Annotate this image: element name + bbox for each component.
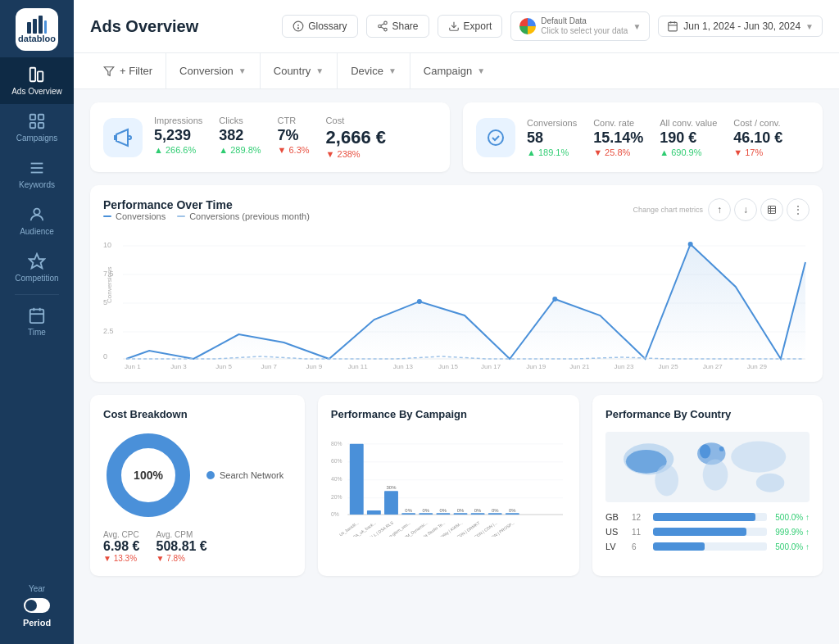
performance-chart-section: Performance Over Time Conversions Conver… [90, 185, 823, 382]
cost-breakdown-card: Cost Breakdown 100% Search Network [90, 395, 305, 576]
sidebar-item-competition[interactable]: Competition [0, 244, 74, 291]
country-change-lv: 500.0% ↑ [773, 542, 810, 551]
country-code-us: US [605, 527, 625, 537]
svg-rect-28 [669, 22, 678, 30]
chart-header: Performance Over Time Conversions Conver… [103, 198, 810, 229]
cost-metric: Cost 2,666 € ▼ 238% [326, 116, 386, 159]
content-area: Impressions 5,239 ▲ 266.6% Clicks 382 ▲ … [74, 89, 839, 644]
svg-line-26 [381, 24, 384, 25]
svg-rect-35 [769, 206, 776, 214]
sidebar-item-time[interactable]: Time [0, 298, 74, 345]
change-chart-metrics-label: Change chart metrics [633, 206, 703, 214]
chart-down-button[interactable]: ↓ [734, 198, 757, 221]
avg-cpm-change: ▼ 7.8% [156, 554, 206, 563]
calendar-icon [667, 20, 678, 32]
svg-text:0%: 0% [474, 508, 482, 513]
svg-rect-91 [488, 513, 502, 515]
svg-text:Jun 29: Jun 29 [747, 363, 768, 369]
svg-rect-4 [30, 68, 35, 82]
logo-icon: databloo [18, 16, 56, 43]
chart-table-button[interactable] [760, 198, 783, 221]
info-icon [293, 20, 304, 32]
country-row-us: US 11 999.9% ↑ [605, 527, 810, 537]
sidebar-item-label: Keywords [19, 180, 55, 189]
clicks-value: 382 [219, 127, 261, 144]
impressions-value: 5,239 [154, 127, 202, 144]
cost-per-conv-metric: Cost / conv. 46.10 € ▼ 17% [733, 118, 782, 157]
line-chart-fill-main [126, 244, 805, 359]
google-sublabel: Click to select your data [541, 26, 628, 36]
export-button[interactable]: Export [438, 15, 503, 38]
avg-cpc-value: 6.98 € [103, 539, 139, 554]
left-metrics-card: Impressions 5,239 ▲ 266.6% Clicks 382 ▲ … [90, 102, 450, 172]
svg-text:30%: 30% [386, 485, 397, 490]
avg-cpc-label: Avg. CPC [103, 530, 139, 539]
svg-text:0%: 0% [405, 508, 412, 513]
header-actions: Glossary Share Export Default Data Click… [282, 11, 823, 41]
sidebar-item-ads-overview[interactable]: Ads Overview [0, 57, 74, 104]
svg-rect-5 [38, 71, 43, 81]
chart-legend: Conversions Conversions (previous month) [103, 211, 310, 221]
impressions-change: ▲ 266.6% [154, 145, 202, 155]
share-label: Share [392, 20, 419, 32]
svg-text:10: 10 [103, 241, 111, 249]
sidebar-item-keywords[interactable]: Keywords [0, 151, 74, 197]
svg-point-33 [128, 136, 131, 139]
sidebar-item-label: Ads Overview [11, 87, 62, 96]
chart-up-button[interactable]: ↑ [708, 198, 731, 221]
share-button[interactable]: Share [366, 15, 429, 38]
conv-rate-metric: Conv. rate 15.14% ▼ 25.8% [593, 118, 643, 157]
campaign-title: Performance By Campaign [331, 408, 566, 420]
device-filter[interactable]: Device ▼ [338, 53, 410, 88]
glossary-button[interactable]: Glossary [282, 15, 357, 38]
svg-text:Jun 19: Jun 19 [526, 363, 546, 369]
date-range-picker[interactable]: Jun 1, 2024 - Jun 30, 2024 ▼ [658, 16, 823, 37]
donut-container: 100% Search Network [103, 430, 292, 520]
ctr-change: ▼ 6.3% [278, 145, 310, 155]
conversion-filter[interactable]: Conversion ▼ [166, 53, 261, 88]
conversion-icon-container [476, 118, 515, 157]
sidebar-divider [15, 294, 59, 295]
country-change-gb: 500.0% ↑ [773, 513, 810, 522]
svg-marker-32 [104, 66, 114, 75]
svg-text:Jun 7: Jun 7 [261, 363, 277, 369]
chevron-down-icon: ▼ [805, 22, 814, 31]
svg-text:Jun 1: Jun 1 [125, 363, 141, 369]
period-label: Period [23, 618, 51, 628]
svg-text:Jun 15: Jun 15 [438, 363, 459, 369]
conversion-label: Conversion [179, 65, 234, 77]
filter-button[interactable]: + Filter [90, 53, 166, 88]
svg-point-22 [383, 21, 387, 25]
sidebar-item-audience[interactable]: Audience [0, 197, 74, 244]
svg-rect-3 [44, 20, 47, 34]
period-toggle[interactable] [24, 598, 50, 613]
conversions-metric: Conversions 58 ▲ 189.1% [527, 118, 577, 157]
svg-rect-0 [27, 22, 31, 34]
chart-controls: Change chart metrics ↑ ↓ ⋮ [633, 198, 810, 221]
svg-line-25 [381, 27, 384, 29]
country-value-lv: 6 [632, 542, 646, 551]
campaign-filter[interactable]: Campaign ▼ [410, 53, 498, 88]
svg-rect-83 [419, 513, 433, 515]
sidebar-item-campaigns[interactable]: Campaigns [0, 104, 74, 151]
chevron-down-icon: ▼ [315, 66, 324, 75]
country-list: GB 12 500.0% ↑ US 11 999.9% ↑ [605, 512, 810, 551]
country-label: Country [274, 65, 311, 77]
country-filter[interactable]: Country ▼ [261, 53, 338, 88]
filter-bar: + Filter Conversion ▼ Country ▼ Device ▼… [74, 53, 839, 89]
avg-cpm-label: Avg. CPM [156, 530, 206, 539]
cost-breakdown-title: Cost Breakdown [103, 408, 292, 420]
svg-point-112 [756, 474, 784, 492]
campaign-bar-chart: 80% 60% 40% 20% 0% [331, 430, 566, 537]
chart-more-button[interactable]: ⋮ [787, 198, 810, 221]
right-metrics-card: Conversions 58 ▲ 189.1% Conv. rate 15.14… [463, 102, 823, 172]
svg-text:0%: 0% [331, 511, 339, 517]
svg-point-109 [700, 444, 710, 458]
svg-rect-85 [436, 513, 450, 515]
svg-rect-2 [39, 16, 43, 34]
google-data-selector[interactable]: Default Data Click to select your data ▼ [510, 11, 650, 41]
conv-rate-change: ▼ 25.8% [593, 147, 643, 157]
clicks-label: Clicks [219, 116, 261, 125]
chart-area: 10 7.5 5 2.5 0 Jun 1 Jun 3 Jun 5 Jun 7 [103, 238, 810, 369]
google-text: Default Data Click to select your data [541, 16, 628, 36]
